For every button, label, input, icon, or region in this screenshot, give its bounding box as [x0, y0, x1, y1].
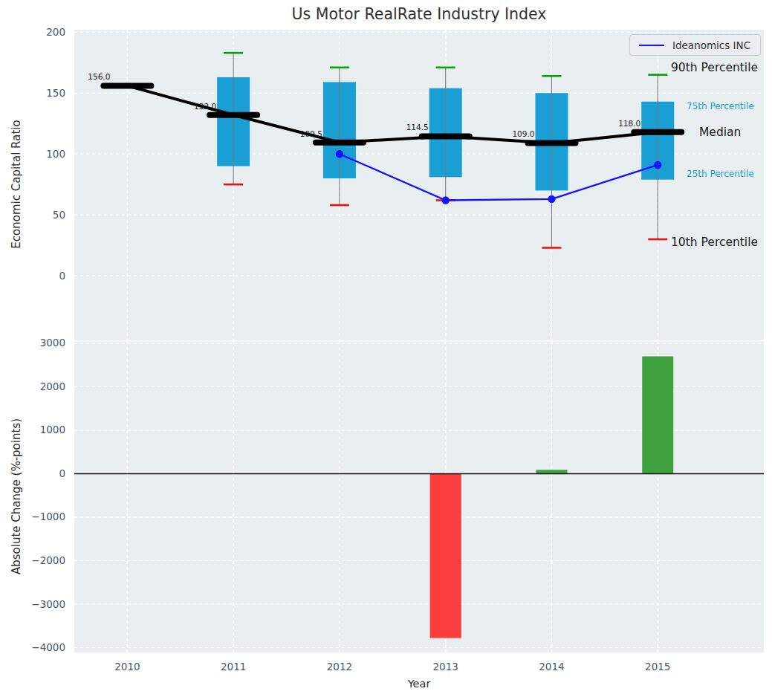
- legend-label: Ideanomics INC: [672, 39, 750, 51]
- y-axis-label-bottom: Absolute Change (%-points): [10, 418, 23, 574]
- x-tick-label: 2011: [221, 661, 246, 673]
- y-axis-label-top: Economic Capital Ratio: [10, 120, 23, 248]
- percentile-label-p75: 75th Percentile: [687, 101, 754, 111]
- median-value-annotation: 114.5: [406, 123, 429, 132]
- y-tick-label: 2000: [40, 380, 65, 392]
- median-value-annotation: 118.0: [618, 119, 640, 128]
- y-tick-label: −2000: [31, 554, 65, 566]
- company-marker: [336, 150, 343, 158]
- y-tick-label: 0: [59, 467, 65, 479]
- bar-positive: [536, 470, 567, 473]
- y-tick-label: 3000: [40, 337, 65, 349]
- y-tick-label: −3000: [31, 598, 65, 610]
- bar-positive: [642, 357, 673, 474]
- y-tick-label: −4000: [31, 641, 65, 653]
- y-tick-label: −1000: [31, 511, 65, 522]
- legend: Ideanomics INC: [629, 34, 761, 56]
- percentile-label-p25: 25th Percentile: [687, 169, 754, 179]
- percentile-label-p10: 10th Percentile: [671, 236, 758, 249]
- y-tick-label: 1000: [40, 424, 65, 435]
- percentile-label-p90: 90th Percentile: [671, 61, 758, 74]
- chart-canvas: 156.0132.0109.5114.5109.0118.02001501005…: [0, 0, 772, 700]
- page-title: Us Motor RealRate Industry Index: [292, 5, 547, 23]
- x-tick-label: 2014: [539, 661, 564, 673]
- y-tick-label: 150: [46, 87, 65, 99]
- company-marker: [441, 196, 449, 204]
- company-marker: [654, 161, 661, 169]
- x-tick-label: 2013: [433, 661, 458, 673]
- median-value-annotation: 132.0: [194, 102, 216, 111]
- median-value-annotation: 109.5: [300, 129, 322, 138]
- percentile-label-median: Median: [699, 126, 741, 139]
- legend-line-icon: [639, 45, 664, 46]
- y-tick-label: 100: [46, 148, 65, 160]
- x-tick-label: 2015: [645, 661, 670, 673]
- x-tick-label: 2010: [114, 661, 140, 673]
- median-value-annotation: 109.0: [512, 129, 534, 138]
- company-line: [340, 154, 658, 200]
- y-tick-label: 0: [59, 270, 65, 282]
- bar-negative: [430, 473, 461, 638]
- y-tick-label: 200: [46, 26, 65, 38]
- company-marker: [548, 195, 555, 203]
- median-value-annotation: 156.0: [88, 72, 110, 81]
- y-tick-label: 50: [53, 209, 65, 221]
- x-tick-label: 2012: [327, 661, 352, 673]
- x-axis-label: Year: [408, 678, 431, 690]
- figure: 156.0132.0109.5114.5109.0118.02001501005…: [0, 0, 772, 700]
